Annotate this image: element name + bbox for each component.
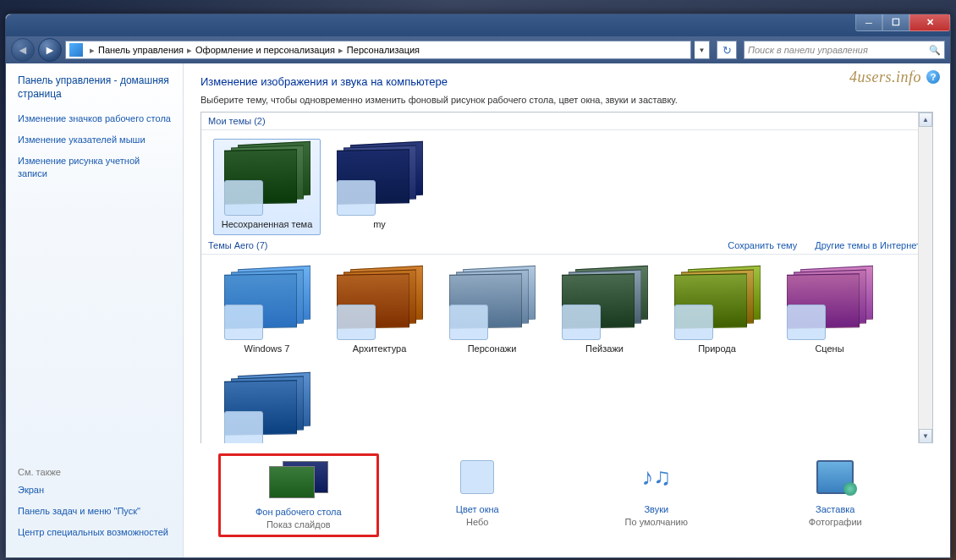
scroll-up-icon[interactable]: ▲	[919, 113, 932, 127]
card-subtitle: Фотографии	[809, 517, 862, 527]
theme-thumbnail	[221, 267, 314, 340]
sidebar-also-taskbar[interactable]: Панель задач и меню "Пуск"	[18, 505, 171, 518]
theme-item[interactable]: my	[326, 139, 433, 235]
back-button[interactable]: ◄	[11, 38, 35, 62]
theme-label: my	[373, 219, 386, 229]
page-description: Выберите тему, чтобы одновременно измени…	[201, 95, 933, 105]
theme-label: Windows 7	[244, 343, 290, 354]
theme-item[interactable]: Несохраненная тема	[213, 139, 321, 235]
personalization-card[interactable]: Фон рабочего столаПоказ слайдов	[218, 453, 379, 537]
search-icon[interactable]: 🔍	[929, 45, 941, 56]
theme-label: Пейзажи	[585, 343, 624, 354]
theme-thumbnail	[221, 374, 314, 443]
search-placeholder: Поиск в панели управления	[748, 45, 868, 55]
card-title: Фон рабочего стола	[255, 507, 342, 517]
theme-label: Сцены	[815, 343, 843, 354]
theme-thumbnail	[333, 267, 426, 340]
search-input[interactable]: Поиск в панели управления 🔍	[744, 41, 945, 59]
personalization-options: Фон рабочего столаПоказ слайдовЦвет окна…	[201, 443, 933, 537]
theme-thumbnail	[783, 267, 876, 340]
sounds-icon: ♪♫	[641, 464, 671, 491]
theme-item[interactable]	[213, 370, 321, 443]
card-subtitle: Показ слайдов	[266, 519, 331, 530]
card-title: Заставка	[816, 504, 854, 514]
maximize-button[interactable]: ☐	[882, 14, 909, 31]
aero-themes-row: Windows 7АрхитектураПерсонажиПейзажиПрир…	[201, 255, 932, 361]
more-themes-link[interactable]: Другие темы в Интернете	[815, 240, 926, 250]
forward-button[interactable]: ►	[38, 38, 62, 62]
control-panel-icon	[69, 43, 83, 57]
overflow-row	[201, 361, 932, 443]
help-icon[interactable]: ?	[926, 70, 940, 84]
sidebar-also-display[interactable]: Экран	[18, 484, 171, 497]
window-body: Панель управления - домашняя страница Из…	[6, 63, 950, 557]
sidebar-also-ease-of-access[interactable]: Центр специальных возможностей	[18, 526, 171, 539]
desktop-background-icon	[269, 461, 328, 498]
themes-container: ▲ ▼ Мои темы (2) Несохраненная темаmy Те…	[201, 112, 933, 443]
theme-label: Архитектура	[353, 343, 407, 354]
theme-item[interactable]: Сцены	[776, 263, 883, 360]
breadcrumb-mid[interactable]: Оформление и персонализация	[195, 45, 335, 55]
scrollbar[interactable]: ▲ ▼	[918, 113, 932, 443]
watermark: 4users.info	[849, 69, 921, 86]
sidebar-link-desktop-icons[interactable]: Изменение значков рабочего стола	[18, 113, 171, 125]
page-title: Изменение изображения и звука на компьют…	[201, 75, 933, 88]
card-subtitle: Небо	[466, 517, 488, 527]
minimize-button[interactable]: ─	[855, 14, 882, 31]
sidebar: Панель управления - домашняя страница Из…	[6, 63, 184, 557]
breadcrumb-root[interactable]: Панель управления	[98, 45, 184, 55]
theme-item[interactable]: Архитектура	[326, 263, 433, 360]
theme-label: Природа	[698, 343, 736, 354]
theme-thumbnail	[333, 143, 426, 216]
theme-item[interactable]: Природа	[663, 263, 771, 360]
save-theme-link[interactable]: Сохранить тему	[728, 240, 797, 250]
window-color-icon	[460, 460, 494, 494]
my-themes-row: Несохраненная темаmy	[201, 130, 932, 237]
card-title: Цвет окна	[456, 504, 499, 514]
theme-label: Несохраненная тема	[222, 219, 313, 229]
address-dropdown[interactable]: ▼	[695, 41, 710, 59]
theme-item[interactable]: Windows 7	[213, 263, 321, 360]
breadcrumb-separator: ▸	[338, 45, 343, 56]
refresh-button[interactable]: ↻	[717, 41, 737, 59]
explorer-window: ─ ☐ ✕ ◄ ► ▸ Панель управления ▸ Оформлен…	[5, 14, 951, 558]
theme-thumbnail	[221, 143, 314, 216]
personalization-card[interactable]: Цвет окнаНебо	[397, 453, 558, 537]
title-bar[interactable]: ─ ☐ ✕	[6, 14, 950, 36]
theme-item[interactable]: Пейзажи	[551, 263, 658, 360]
main-content: ? 4users.info Изменение изображения и зв…	[184, 63, 950, 557]
theme-thumbnail	[446, 267, 539, 340]
my-themes-header: Мои темы (2)	[201, 113, 932, 130]
window-buttons: ─ ☐ ✕	[855, 14, 950, 31]
sidebar-link-account-picture[interactable]: Изменение рисунка учетной записи	[18, 155, 171, 180]
control-panel-home-link[interactable]: Панель управления - домашняя страница	[18, 74, 171, 101]
see-also-label: См. также	[18, 467, 171, 477]
personalization-card[interactable]: ♪♫ЗвукиПо умолчанию	[576, 453, 737, 537]
screensaver-icon	[816, 460, 854, 494]
close-button[interactable]: ✕	[909, 14, 950, 31]
card-subtitle: По умолчанию	[625, 517, 688, 527]
breadcrumb-leaf[interactable]: Персонализация	[347, 45, 420, 55]
navigation-bar: ◄ ► ▸ Панель управления ▸ Оформление и п…	[6, 36, 950, 63]
scroll-down-icon[interactable]: ▼	[919, 429, 932, 443]
breadcrumb-separator: ▸	[90, 45, 95, 56]
theme-thumbnail	[671, 267, 764, 340]
personalization-card[interactable]: ЗаставкаФотографии	[755, 453, 915, 537]
breadcrumb-separator: ▸	[187, 45, 192, 56]
card-title: Звуки	[644, 504, 668, 514]
theme-thumbnail	[558, 267, 651, 340]
address-bar[interactable]: ▸ Панель управления ▸ Оформление и персо…	[65, 41, 691, 59]
aero-themes-header: Темы Aero (7) Сохранить тему Другие темы…	[201, 237, 932, 255]
theme-actions: Сохранить тему Другие темы в Интернете	[712, 240, 926, 250]
theme-item[interactable]: Персонажи	[438, 263, 546, 360]
theme-label: Персонажи	[468, 343, 517, 354]
sidebar-link-mouse-pointers[interactable]: Изменение указателей мыши	[18, 134, 171, 146]
